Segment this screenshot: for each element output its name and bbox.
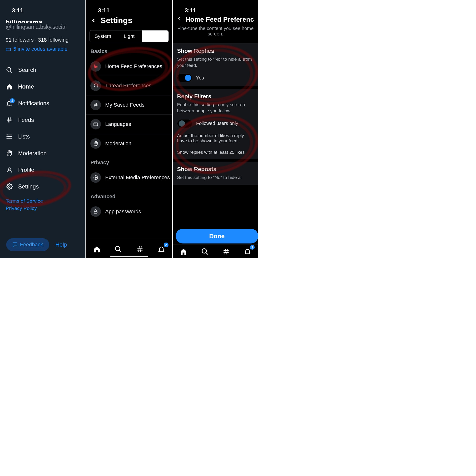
- sidebar-item-label: Lists: [18, 133, 30, 140]
- tab-notifications[interactable]: 2: [242, 246, 253, 257]
- follow-stats[interactable]: 91 followers · 318 following: [6, 37, 81, 43]
- sidebar-item-notifications[interactable]: 2 Notifications: [6, 95, 81, 112]
- switch-label: Followed users only: [196, 121, 238, 126]
- list-icon: [6, 133, 13, 140]
- tab-home[interactable]: [92, 244, 102, 255]
- tab-notifications[interactable]: 2: [156, 244, 167, 255]
- theme-segmented[interactable]: System Light: [89, 30, 169, 42]
- home-feed-prefs-panel: 3:11 Home Feed Preferenc Fine-tune the c…: [173, 0, 258, 258]
- sidebar-item-label: Home: [18, 83, 34, 90]
- svg-rect-28: [94, 211, 97, 213]
- following-count: 318: [38, 37, 47, 43]
- svg-point-13: [8, 168, 10, 170]
- tab-search[interactable]: [200, 246, 210, 257]
- tab-home[interactable]: [178, 246, 189, 257]
- language-icon: [90, 119, 101, 130]
- back-icon[interactable]: [177, 17, 181, 23]
- home-icon: [6, 83, 13, 90]
- sidebar-item-lists[interactable]: Lists: [6, 128, 81, 145]
- feedback-button[interactable]: Feedback: [6, 238, 49, 251]
- switch-label: Yes: [196, 75, 204, 81]
- row-moderation[interactable]: Moderation: [86, 134, 172, 153]
- user-handle: @hillingsama.bsky.social: [6, 24, 81, 30]
- seg-dark[interactable]: [142, 31, 169, 42]
- sidebar-item-label: Feeds: [18, 117, 34, 123]
- chat-icon: [90, 81, 101, 91]
- status-time: 3:11: [98, 7, 109, 14]
- sidebar-item-feeds[interactable]: Feeds: [6, 112, 81, 128]
- bell-icon: 2: [6, 100, 13, 107]
- seg-light[interactable]: Light: [116, 31, 142, 42]
- slider-info: Show replies with at least 25 likes: [177, 150, 254, 155]
- show-replies-switch[interactable]: [177, 73, 192, 82]
- setting-label: Home Feed Preferences: [105, 63, 162, 69]
- gear-icon: [6, 183, 13, 190]
- card-show-reposts: Show Reposts Set this setting to "No" to…: [173, 162, 258, 185]
- home-indicator: [110, 255, 148, 257]
- svg-point-20: [95, 67, 96, 68]
- back-icon[interactable]: [90, 17, 97, 24]
- bottom-nav: 2: [173, 244, 258, 258]
- sidebar-nav: Search Home 2 Notifications Feeds: [6, 62, 81, 195]
- svg-line-40: [227, 249, 227, 255]
- sidebar-item-moderation[interactable]: Moderation: [6, 145, 81, 162]
- tab-search[interactable]: [113, 244, 123, 255]
- row-languages[interactable]: Languages: [86, 115, 172, 134]
- svg-point-11: [7, 136, 7, 137]
- section-advanced: Advanced: [86, 187, 172, 202]
- card-desc: Enable this setting to only see rep betw…: [177, 102, 254, 114]
- sidebar-panel: 3:11 hillingsama @hillingsama.bsky.socia…: [0, 0, 85, 258]
- setting-label: External Media Preferences: [105, 174, 170, 181]
- sidebar-item-label: Profile: [18, 167, 34, 173]
- setting-label: My Saved Feeds: [105, 102, 144, 108]
- row-home-feed-preferences[interactable]: Home Feed Preferences: [86, 57, 172, 76]
- privacy-link[interactable]: Privacy Policy: [6, 205, 81, 211]
- notification-badge: 2: [10, 98, 15, 103]
- page-title: Settings: [101, 16, 132, 25]
- setting-label: App passwords: [105, 208, 141, 215]
- status-time: 3:11: [185, 7, 196, 14]
- notification-badge: 2: [250, 245, 255, 250]
- section-privacy: Privacy: [86, 153, 172, 168]
- svg-line-30: [119, 250, 121, 252]
- help-button[interactable]: Help: [55, 241, 67, 248]
- lock-icon: [90, 206, 101, 217]
- setting-label: Moderation: [105, 140, 131, 147]
- svg-point-1: [7, 68, 11, 71]
- card-note: Adjust the number of likes a reply have …: [177, 133, 254, 143]
- row-thread-preferences[interactable]: Thread Preferences: [86, 76, 172, 95]
- seg-system[interactable]: System: [90, 31, 116, 42]
- following-label: following: [48, 37, 69, 43]
- row-app-passwords[interactable]: App passwords: [86, 202, 172, 221]
- sidebar-item-profile[interactable]: Profile: [6, 162, 81, 178]
- hash-icon: [6, 116, 13, 123]
- tos-link[interactable]: Terms of Service: [6, 198, 81, 204]
- feedback-label: Feedback: [20, 241, 43, 248]
- sidebar-item-label: Settings: [18, 183, 39, 190]
- sliders-icon: [90, 61, 101, 72]
- svg-point-12: [7, 138, 7, 138]
- sidebar-item-search[interactable]: Search: [6, 62, 81, 78]
- sidebar-item-label: Notifications: [18, 100, 49, 107]
- card-desc: Set this setting to "No" to hide al: [177, 174, 254, 181]
- svg-point-10: [7, 135, 7, 135]
- invite-codes-link[interactable]: 5 invite codes available: [6, 46, 81, 52]
- invite-codes-label: 5 invite codes available: [13, 46, 67, 52]
- tab-feeds[interactable]: [135, 244, 145, 255]
- hash-icon: [90, 100, 101, 110]
- row-external-media[interactable]: External Media Preferences: [86, 168, 172, 187]
- sidebar-item-settings[interactable]: Settings: [6, 178, 81, 195]
- card-title: Show Replies: [177, 48, 254, 54]
- card-reply-filters: Reply Filters Enable this setting to onl…: [173, 89, 258, 159]
- tab-feeds[interactable]: [221, 246, 231, 257]
- followed-only-switch[interactable]: [177, 119, 192, 128]
- notification-badge: 2: [164, 242, 169, 247]
- svg-point-19: [96, 66, 97, 67]
- page-subtitle: Fine-tune the content you see home scree…: [173, 24, 258, 41]
- search-icon: [6, 67, 13, 73]
- sidebar-item-home[interactable]: Home: [6, 78, 81, 95]
- row-saved-feeds[interactable]: My Saved Feeds: [86, 95, 172, 115]
- card-title: Show Reposts: [177, 166, 254, 172]
- svg-point-14: [9, 186, 10, 187]
- done-button[interactable]: Done: [176, 229, 258, 243]
